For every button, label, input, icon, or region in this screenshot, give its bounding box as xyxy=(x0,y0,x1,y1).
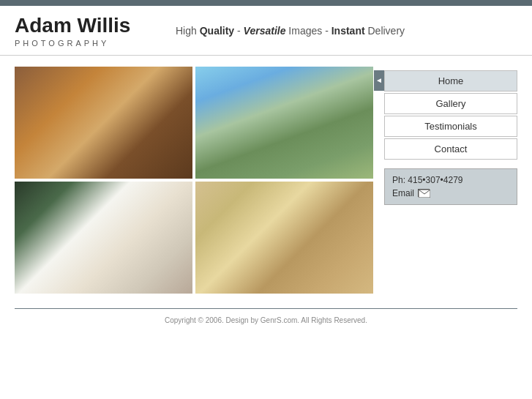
logo-subtitle: PHOTOGRAPHY xyxy=(15,39,168,48)
nav-item-gallery[interactable]: Gallery xyxy=(384,93,517,114)
header: Adam Willis PHOTOGRAPHY High Quality - V… xyxy=(0,6,532,56)
tagline-prefix: High xyxy=(176,25,200,37)
top-bar xyxy=(0,0,532,6)
photo-2 xyxy=(195,67,373,179)
contact-box: Ph: 415•307•4279 Email xyxy=(384,168,517,205)
nav-container: ◄ Home Gallery Testimonials Contact xyxy=(384,70,517,161)
footer: Copyright © 2006. Design by GenrS.com. A… xyxy=(0,313,532,332)
photo-1 xyxy=(15,67,192,179)
main-layout: ◄ Home Gallery Testimonials Contact Ph: … xyxy=(0,56,532,301)
photo-grid xyxy=(15,67,373,294)
tagline: High Quality - Versatile Images - Instan… xyxy=(176,25,405,37)
sidebar: ◄ Home Gallery Testimonials Contact Ph: … xyxy=(384,67,517,294)
tagline-middle: Images - xyxy=(285,25,331,37)
logo-name: Adam Willis xyxy=(15,15,168,37)
nav-item-contact[interactable]: Contact xyxy=(384,138,517,160)
contact-email[interactable]: Email xyxy=(392,188,509,198)
tagline-versatile: Versatile xyxy=(244,25,286,37)
nav-item-home[interactable]: Home xyxy=(384,70,517,92)
photo-4 xyxy=(195,182,373,294)
page-wrapper: Adam Willis PHOTOGRAPHY High Quality - V… xyxy=(0,0,532,399)
nav-item-testimonials[interactable]: Testimonials xyxy=(384,116,517,137)
logo-area: Adam Willis PHOTOGRAPHY xyxy=(15,15,168,48)
photo-3 xyxy=(15,182,192,294)
email-icon xyxy=(418,189,430,197)
bottom-line xyxy=(15,308,517,309)
email-label: Email xyxy=(392,188,414,198)
nav-arrow[interactable]: ◄ xyxy=(374,70,384,91)
tagline-quality: Quality xyxy=(200,25,234,37)
tagline-suffix: Delivery xyxy=(365,25,405,37)
tagline-instant: Instant xyxy=(331,25,365,37)
copyright-text: Copyright © 2006. Design by GenrS.com. A… xyxy=(165,316,367,324)
contact-phone: Ph: 415•307•4279 xyxy=(392,175,509,185)
tagline-sep1: - xyxy=(234,25,243,37)
